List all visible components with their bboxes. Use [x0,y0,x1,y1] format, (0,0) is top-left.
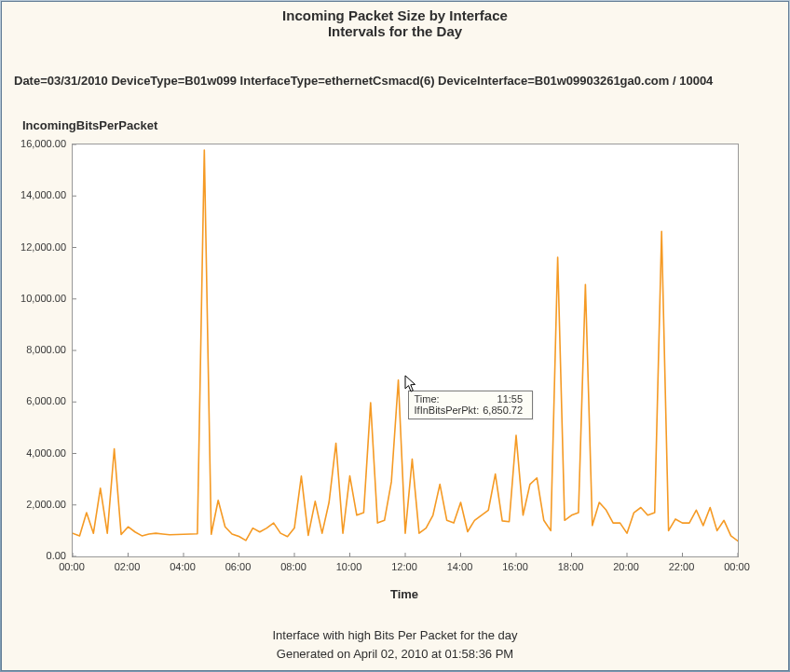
chart-subtitle: Intervals for the Day [2,23,788,39]
plot-area[interactable] [72,144,739,557]
data-tooltip: Time: 11:55 IfInBitsPerPkt: 6,850.72 [408,391,534,419]
y-tick-label: 2,000.00 [26,499,66,510]
x-tick-label: 22:00 [669,561,695,572]
y-tick-label: 16,000.00 [20,138,66,149]
tooltip-metric-value: 6,850.72 [483,405,526,416]
x-tick-label: 16:00 [502,561,528,572]
x-tick-label: 10:00 [336,561,362,572]
series-line [73,150,738,541]
line-chart-svg [73,144,738,556]
x-tick-label: 02:00 [115,561,141,572]
y-tick-label: 8,000.00 [26,344,66,355]
x-tick-label: 20:00 [613,561,639,572]
y-axis-ticks: 0.002,000.004,000.006,000.008,000.0010,0… [2,144,72,555]
tooltip-time-value: 11:55 [483,393,526,405]
x-tick-label: 14:00 [447,561,473,572]
x-axis-label: Time [72,587,737,601]
params-line: Date=03/31/2010 DeviceType=B01w099 Inter… [2,74,788,88]
x-tick-label: 00:00 [724,561,750,572]
x-tick-label: 00:00 [59,561,85,572]
y-tick-label: 10,000.00 [20,293,66,304]
caption-line-1: Interface with high Bits Per Packet for … [2,628,788,642]
y-tick-label: 0.00 [47,550,66,561]
y-tick-label: 6,000.00 [26,395,66,406]
y-tick-label: 14,000.00 [20,189,66,200]
y-tick-label: 4,000.00 [26,447,66,459]
x-tick-label: 08:00 [280,561,306,572]
tooltip-metric-label: IfInBitsPerPkt: [415,405,484,416]
chart-panel: Incoming Packet Size by Interface Interv… [1,1,789,671]
x-tick-label: 06:00 [225,561,252,572]
tooltip-time-label: Time: [415,393,484,405]
y-tick-label: 12,000.00 [20,241,66,253]
chart-title: Incoming Packet Size by Interface [2,7,788,23]
x-axis-ticks: 00:0002:0004:0006:0008:0010:0012:0014:00… [72,555,737,583]
caption-line-2: Generated on April 02, 2010 at 01:58:36 … [2,647,788,661]
x-tick-label: 12:00 [391,561,417,572]
x-tick-label: 04:00 [170,561,196,572]
window-frame: Incoming Packet Size by Interface Interv… [0,0,790,672]
y-axis-label: IncomingBitsPerPacket [22,118,157,132]
x-tick-label: 18:00 [558,561,584,572]
